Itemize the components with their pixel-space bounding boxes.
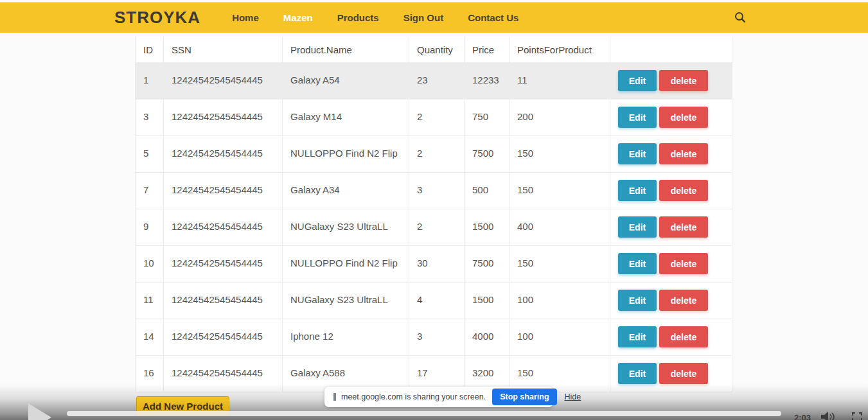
cell-points: 100 [509,283,610,319]
cell-actions: Edit delete [610,356,732,392]
delete-button[interactable]: delete [659,70,708,91]
cell-id: 1 [135,63,164,99]
delete-button[interactable]: delete [659,290,708,311]
cell-points: 11 [509,63,610,99]
cell-id: 16 [135,356,164,392]
cell-product-name: NUGalaxy S23 UltraLL [283,209,409,245]
edit-button[interactable]: Edit [618,180,657,201]
edit-button[interactable]: Edit [618,107,657,128]
cell-points: 150 [509,136,610,172]
cell-price: 750 [465,100,509,136]
edit-button[interactable]: Edit [618,363,657,384]
column-header-quantity: Quantity [409,37,465,62]
cell-product-name: NULLOPPO Find N2 Flip [283,136,409,172]
cell-quantity: 2 [409,136,465,172]
edit-button[interactable]: Edit [618,70,657,91]
nav-item-sign-out[interactable]: Sign Out [391,12,456,23]
table-row: 14 12424542545454445 Iphone 12 3 4000 10… [135,319,732,355]
edit-button[interactable]: Edit [618,326,657,347]
cell-ssn: 12424542545454445 [164,173,283,209]
cell-actions: Edit delete [610,209,732,245]
cell-actions: Edit delete [610,283,732,319]
cell-points: 200 [509,100,610,136]
cell-quantity: 4 [409,283,465,319]
brand-logo[interactable]: STROYKA [114,8,200,28]
table-row: 9 12424542545454445 NUGalaxy S23 UltraLL… [135,209,732,245]
stop-sharing-button[interactable]: Stop sharing [492,389,556,405]
cell-points: 400 [509,209,610,245]
top-navbar: STROYKA Home Mazen Products Sign Out Con… [0,2,868,33]
cell-id: 11 [135,283,164,319]
cell-actions: Edit delete [610,63,732,99]
cell-id: 3 [135,100,164,136]
cell-price: 7500 [465,246,509,282]
cell-quantity: 2 [409,100,465,136]
table-header-row: ID SSN Product.Name Quantity Price Point… [135,37,732,62]
nav-item-home[interactable]: Home [220,12,271,23]
cell-ssn: 12424542545454445 [164,63,283,99]
cell-id: 10 [135,246,164,282]
cell-actions: Edit delete [610,136,732,172]
cell-id: 14 [135,319,164,355]
edit-button[interactable]: Edit [618,253,657,274]
cell-ssn: 12424542545454445 [164,100,283,136]
delete-button[interactable]: delete [659,216,708,238]
cell-price: 1500 [465,209,509,245]
cell-id: 9 [135,209,164,245]
delete-button[interactable]: delete [659,143,708,164]
edit-button[interactable]: Edit [618,290,657,311]
table-row: 3 12424542545454445 Galaxy M14 2 750 200… [135,99,732,136]
video-time: 2:03 [794,413,811,420]
search-icon[interactable] [730,7,750,28]
cell-ssn: 12424542545454445 [164,319,283,355]
column-header-points: PointsForProduct [509,37,610,62]
delete-button[interactable]: delete [659,253,708,274]
volume-icon[interactable] [821,412,837,420]
cell-quantity: 23 [409,63,465,99]
cell-product-name: Iphone 12 [283,319,409,355]
cell-price: 500 [465,173,509,209]
delete-button[interactable]: delete [659,363,708,384]
table-row: 1 12424542545454445 Galaxy A54 23 12233 … [135,62,732,99]
cell-product-name: Galaxy A34 [283,173,409,209]
seek-bar[interactable] [67,411,781,416]
pause-icon [333,393,336,401]
cell-quantity: 30 [409,246,465,282]
cell-ssn: 12424542545454445 [164,136,283,172]
nav-item-mazen[interactable]: Mazen [271,12,325,23]
delete-button[interactable]: delete [659,326,708,347]
products-table: ID SSN Product.Name Quantity Price Point… [135,37,732,392]
cell-id: 7 [135,173,164,209]
cell-product-name: Galaxy A54 [283,63,409,99]
cell-price: 7500 [465,136,509,172]
table-row: 11 12424542545454445 NUGalaxy S23 UltraL… [135,282,732,319]
nav-item-contact-us[interactable]: Contact Us [456,12,531,23]
cell-price: 4000 [465,319,509,355]
table-row: 7 12424542545454445 Galaxy A34 3 500 150… [135,172,732,209]
delete-button[interactable]: delete [659,107,708,128]
cell-points: 100 [509,319,610,355]
table-row: 5 12424542545454445 NULLOPPO Find N2 Fli… [135,136,732,172]
cell-ssn: 12424542545454445 [164,356,283,392]
cell-product-name: NUGalaxy S23 UltraLL [283,283,409,319]
column-header-price: Price [465,37,509,62]
fullscreen-icon[interactable] [852,412,862,420]
edit-button[interactable]: Edit [618,143,657,164]
cell-id: 5 [135,136,164,172]
share-message: meet.google.com is sharing your screen. [341,392,486,401]
cell-quantity: 2 [409,209,465,245]
column-header-id: ID [135,37,164,62]
play-icon[interactable] [28,403,51,420]
hide-link[interactable]: Hide [565,392,581,401]
cell-ssn: 12424542545454445 [164,246,283,282]
cell-actions: Edit delete [610,100,732,136]
cell-ssn: 12424542545454445 [164,283,283,319]
cell-ssn: 12424542545454445 [164,209,283,245]
nav-item-products[interactable]: Products [325,12,391,23]
edit-button[interactable]: Edit [618,216,657,238]
delete-button[interactable]: delete [659,180,708,201]
column-header-ssn: SSN [164,37,283,62]
cell-actions: Edit delete [610,319,732,355]
cell-quantity: 3 [409,173,465,209]
cell-quantity: 3 [409,319,465,355]
